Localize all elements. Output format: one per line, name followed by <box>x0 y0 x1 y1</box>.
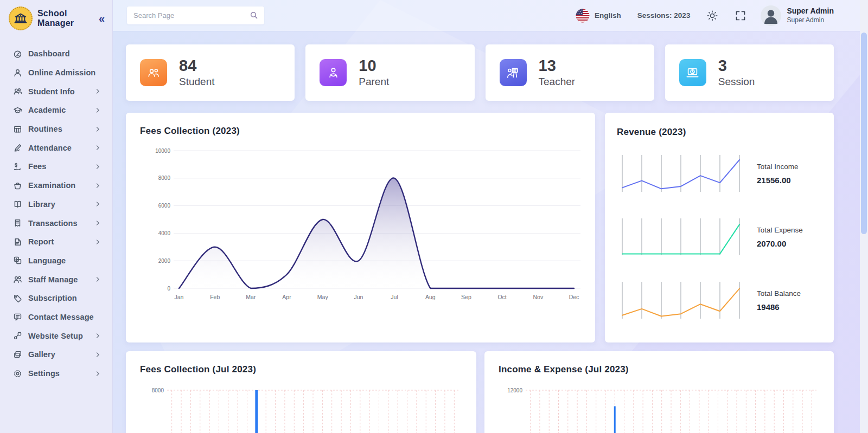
user-profile[interactable]: Super Admin Super Admin <box>761 5 834 26</box>
sidebar-item-library[interactable]: Library <box>0 195 112 214</box>
stat-text: 10Parent <box>359 57 389 87</box>
brand-name: School Manager <box>37 9 74 28</box>
attendance-icon <box>13 143 22 152</box>
svg-text:Mar: Mar <box>246 294 256 300</box>
sidebar-item-label: Gallery <box>28 350 94 359</box>
svg-text:Apr: Apr <box>282 294 291 300</box>
sidebar-item-subscription[interactable]: Subscription <box>0 289 112 308</box>
sidebar-item-attendance[interactable]: Attendance <box>0 138 112 157</box>
chevron-right-icon <box>94 144 101 151</box>
revenue-expense-sparkline <box>617 216 745 257</box>
subscription-icon <box>13 294 22 303</box>
parent-stat-icon <box>320 59 347 86</box>
sidebar-item-online-admission[interactable]: Online Admission <box>0 63 112 82</box>
fees-collection-2023-card: Fees Collection (2023) 02000400060008000… <box>126 113 595 342</box>
stat-value: 13 <box>539 57 576 74</box>
chevron-right-icon <box>94 351 101 358</box>
stat-card-student: 84Student <box>126 44 295 101</box>
sidebar-item-report[interactable]: Report <box>0 232 112 251</box>
sidebar-item-dashboard[interactable]: Dashboard <box>0 44 112 63</box>
language-selector[interactable]: English <box>576 9 621 23</box>
bottom-row: Fees Collection (Jul 2023) 8000 Income &… <box>126 351 834 433</box>
chevron-right-icon <box>94 126 101 133</box>
svg-text:Oct: Oct <box>497 294 506 300</box>
school-logo-icon <box>9 7 33 30</box>
sidebar-item-label: Online Admission <box>28 68 101 77</box>
revenue-text-total-income: Total Income21556.00 <box>757 163 821 185</box>
sidebar-item-label: Fees <box>28 162 94 171</box>
sidebar-item-staff-manage[interactable]: Staff Manage <box>0 270 112 289</box>
sidebar-item-fees[interactable]: Fees <box>0 157 112 176</box>
fullscreen-button[interactable] <box>735 10 746 22</box>
library-icon <box>13 199 22 209</box>
revenue-row-total-income: Total Income21556.00 <box>617 153 821 194</box>
svg-text:10000: 10000 <box>155 148 170 154</box>
brand-line2: Manager <box>37 18 74 28</box>
stat-card-parent: 10Parent <box>305 44 474 101</box>
sidebar-item-label: Settings <box>28 369 94 378</box>
sidebar-item-routines[interactable]: Routines <box>0 120 112 139</box>
sidebar-item-student-info[interactable]: Student Info <box>0 82 112 101</box>
stat-card-session: 3Session <box>665 44 834 101</box>
sidebar-item-label: Routines <box>28 125 94 133</box>
fees-collection-2023-title: Fees Collection (2023) <box>140 126 583 137</box>
academic-icon <box>13 106 22 115</box>
sidebar-item-label: Report <box>28 237 94 246</box>
contact-message-icon <box>13 312 22 321</box>
sidebar-item-gallery[interactable]: Gallery <box>0 345 112 364</box>
website-setup-icon <box>13 331 22 340</box>
income-expense-jul-2023-chart: 12000 <box>499 383 821 433</box>
us-flag-icon <box>576 9 590 23</box>
svg-text:8000: 8000 <box>152 387 164 393</box>
settings-icon <box>13 369 22 378</box>
svg-text:4000: 4000 <box>158 230 171 236</box>
fees-collection-2023-chart: 0200040006000800010000JanFebMarAprMayJun… <box>140 142 583 308</box>
charts-row: Fees Collection (2023) 02000400060008000… <box>126 113 834 342</box>
sidebar-item-examination[interactable]: Examination <box>0 176 112 195</box>
revenue-value: 2070.00 <box>757 239 821 248</box>
sidebar-item-label: Academic <box>28 106 94 114</box>
sidebar: School Manager « DashboardOnline Admissi… <box>0 0 113 433</box>
logo-row: School Manager « <box>0 0 112 36</box>
revenue-label: Total Expense <box>757 226 821 234</box>
svg-text:Jun: Jun <box>354 294 363 300</box>
sidebar-item-label: Student Info <box>28 87 94 96</box>
staff-manage-icon <box>13 275 22 284</box>
svg-text:Feb: Feb <box>210 294 220 300</box>
sidebar-item-label: Website Setup <box>28 332 94 340</box>
theme-toggle-button[interactable] <box>706 10 718 22</box>
teacher-stat-icon <box>500 59 527 86</box>
sidebar-item-website-setup[interactable]: Website Setup <box>0 326 112 345</box>
student-stat-icon <box>140 59 167 86</box>
stat-value: 3 <box>718 57 755 74</box>
revenue-text-total-expense: Total Expense2070.00 <box>757 226 821 248</box>
sessions-selector[interactable]: Sessions: 2023 <box>637 11 691 20</box>
stat-text: 13Teacher <box>539 57 576 87</box>
chevron-right-icon <box>94 88 101 95</box>
stat-label: Session <box>718 76 755 88</box>
svg-text:8000: 8000 <box>158 175 171 181</box>
report-icon <box>13 237 22 247</box>
search-input[interactable] <box>127 7 264 24</box>
sidebar-item-academic[interactable]: Academic <box>0 101 112 120</box>
scrollbar-thumb[interactable] <box>861 33 867 234</box>
sun-icon <box>706 10 718 22</box>
admission-icon <box>13 68 22 77</box>
topbar: English Sessions: 2023 <box>113 0 868 31</box>
stat-text: 3Session <box>718 57 755 87</box>
sidebar-item-language[interactable]: Language <box>0 251 112 270</box>
stat-text: 84Student <box>179 57 215 87</box>
sidebar-item-label: Contact Message <box>28 313 101 321</box>
sidebar-collapse-icon[interactable]: « <box>99 13 105 24</box>
sidebar-item-contact-message[interactable]: Contact Message <box>0 308 112 327</box>
sidebar-item-settings[interactable]: Settings <box>0 364 112 383</box>
sidebar-item-label: Language <box>28 256 101 265</box>
main-area: English Sessions: 2023 <box>113 0 868 433</box>
user-role: Super Admin <box>787 16 834 24</box>
sidebar-item-transactions[interactable]: Transactions <box>0 214 112 232</box>
search-icon[interactable] <box>250 11 259 20</box>
transactions-icon <box>13 218 22 228</box>
stat-card-teacher: 13Teacher <box>486 44 654 101</box>
stats-row: 84Student10Parent13Teacher3Session <box>126 44 834 101</box>
language-icon <box>13 256 22 265</box>
